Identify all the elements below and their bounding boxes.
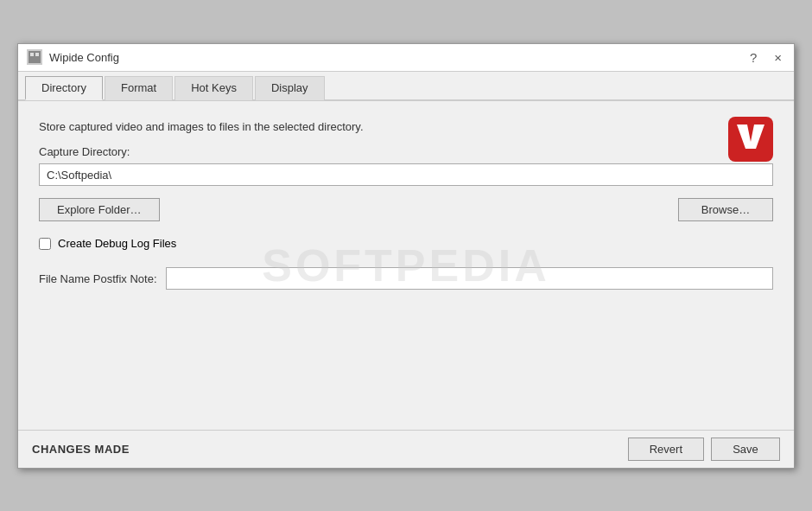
postfix-label: File Name Postfix Note:: [39, 272, 157, 285]
main-window: Wipide Config ? × Directory Format Hot K…: [17, 43, 795, 469]
svg-rect-1: [30, 53, 34, 56]
close-button[interactable]: ×: [771, 51, 785, 64]
content-area: Store captured video and images to files…: [18, 101, 794, 430]
window-title: Wipide Config: [49, 51, 119, 64]
debug-log-checkbox[interactable]: [39, 238, 51, 250]
footer-buttons: Revert Save: [628, 438, 780, 461]
title-bar-controls: ? ×: [746, 51, 785, 64]
debug-log-row: Create Debug Log Files: [39, 237, 773, 250]
status-text: CHANGES MADE: [32, 443, 130, 456]
svg-rect-2: [35, 53, 39, 56]
explore-folder-button[interactable]: Explore Folder…: [39, 198, 160, 221]
footer: CHANGES MADE Revert Save: [18, 430, 794, 468]
tab-hotkeys[interactable]: Hot Keys: [174, 76, 253, 100]
button-row: Explore Folder… Browse…: [39, 198, 773, 221]
app-icon: [27, 49, 42, 65]
title-bar: Wipide Config ? ×: [18, 44, 794, 72]
app-logo-badge: [728, 117, 773, 162]
tab-format[interactable]: Format: [105, 76, 173, 100]
tab-directory[interactable]: Directory: [25, 76, 103, 100]
tab-bar: Directory Format Hot Keys Display: [18, 72, 794, 101]
svg-marker-3: [737, 125, 764, 149]
postfix-row: File Name Postfix Note:: [39, 267, 773, 290]
title-bar-left: Wipide Config: [27, 49, 119, 65]
tab-display[interactable]: Display: [255, 76, 325, 100]
save-button[interactable]: Save: [711, 438, 780, 461]
capture-directory-label: Capture Directory:: [39, 145, 773, 158]
debug-log-label: Create Debug Log Files: [58, 237, 176, 250]
logo-letter: [735, 121, 766, 156]
browse-button[interactable]: Browse…: [678, 198, 773, 221]
directory-input[interactable]: [39, 163, 773, 186]
help-button[interactable]: ?: [746, 51, 760, 64]
description-text: Store captured video and images to files…: [39, 118, 773, 136]
revert-button[interactable]: Revert: [628, 438, 704, 461]
postfix-input[interactable]: [166, 267, 773, 290]
